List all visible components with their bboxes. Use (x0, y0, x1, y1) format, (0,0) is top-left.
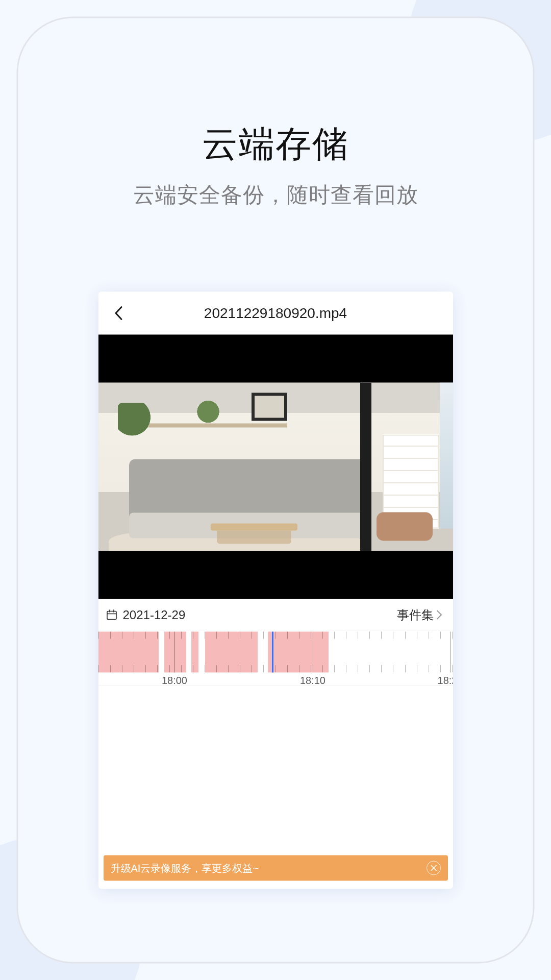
events-label: 事件集 (397, 606, 434, 623)
device-frame: 云端存储 云端安全备份，随时查看回放 20211229180920.mp4 (17, 17, 535, 964)
promo-subtitle: 云端安全备份，随时查看回放 (18, 181, 533, 209)
upgrade-banner[interactable]: 升级AI云录像服务，享更多权益~ (104, 855, 448, 881)
timeline-major-tick (450, 632, 451, 673)
events-button[interactable]: 事件集 (397, 606, 444, 623)
app-header: 20211229180920.mp4 (98, 292, 453, 335)
app-screenshot: 20211229180920.mp4 (98, 292, 453, 889)
date-text: 2021-12-29 (123, 607, 186, 622)
promo-block: 云端存储 云端安全备份，随时查看回放 (18, 18, 533, 209)
banner-text: 升级AI云录像服务，享更多权益~ (111, 861, 259, 875)
back-button[interactable] (109, 303, 129, 324)
timeline-major-tick (174, 632, 175, 673)
video-still (98, 383, 453, 551)
svg-rect-0 (107, 611, 116, 619)
video-player[interactable] (98, 335, 453, 599)
promo-title: 云端存储 (18, 120, 533, 168)
timeline-minor-ticks (98, 632, 453, 673)
timeline-time-label: 18:10 (300, 675, 325, 687)
chevron-right-icon (435, 609, 444, 620)
timeline-time-label: 18:20 (438, 675, 453, 687)
close-icon (430, 865, 437, 872)
page-title: 20211229180920.mp4 (98, 305, 453, 322)
calendar-icon (106, 608, 118, 621)
timeline-cursor[interactable] (272, 632, 273, 673)
banner-close-button[interactable] (427, 861, 441, 875)
timeline[interactable]: 18:0018:1018:20 (98, 631, 453, 686)
date-bar: 2021-12-29 事件集 (98, 599, 453, 631)
chevron-left-icon (113, 306, 124, 321)
date-picker[interactable]: 2021-12-29 (106, 607, 186, 622)
timeline-major-tick (313, 632, 313, 673)
timeline-time-label: 18:00 (162, 675, 187, 687)
